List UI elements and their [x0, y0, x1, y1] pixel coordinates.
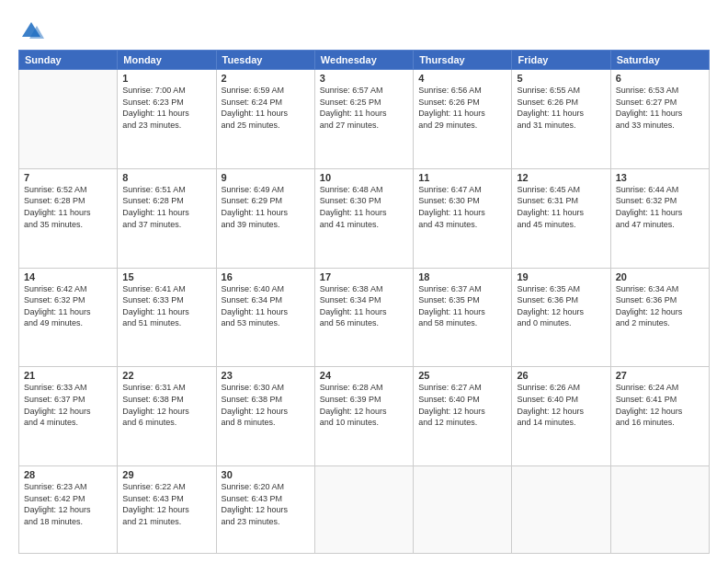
- day-detail: Sunrise: 6:38 AM Sunset: 6:34 PM Dayligh…: [320, 283, 408, 329]
- calendar-cell: 9Sunrise: 6:49 AM Sunset: 6:29 PM Daylig…: [216, 168, 314, 268]
- weekday-header-wednesday: Wednesday: [314, 51, 413, 70]
- day-number: 14: [24, 271, 112, 282]
- calendar-cell: 20Sunrise: 6:34 AM Sunset: 6:36 PM Dayli…: [610, 268, 709, 367]
- calendar-cell: 1Sunrise: 7:00 AM Sunset: 6:23 PM Daylig…: [118, 70, 216, 169]
- calendar-cell: 15Sunrise: 6:41 AM Sunset: 6:33 PM Dayli…: [118, 268, 216, 367]
- day-number: 28: [24, 469, 112, 480]
- weekday-header-row: SundayMondayTuesdayWednesdayThursdayFrid…: [19, 51, 710, 70]
- day-detail: Sunrise: 6:30 AM Sunset: 6:38 PM Dayligh…: [222, 382, 310, 428]
- day-number: 27: [616, 370, 704, 381]
- day-detail: Sunrise: 6:47 AM Sunset: 6:30 PM Dayligh…: [418, 184, 506, 230]
- day-number: 11: [418, 172, 506, 183]
- calendar-cell: 28Sunrise: 6:23 AM Sunset: 6:42 PM Dayli…: [19, 466, 118, 554]
- day-detail: Sunrise: 6:26 AM Sunset: 6:40 PM Dayligh…: [517, 382, 605, 428]
- day-detail: Sunrise: 6:33 AM Sunset: 6:37 PM Dayligh…: [24, 382, 112, 428]
- day-detail: Sunrise: 6:52 AM Sunset: 6:28 PM Dayligh…: [24, 184, 112, 230]
- logo: [18, 18, 48, 44]
- calendar-cell: 11Sunrise: 6:47 AM Sunset: 6:30 PM Dayli…: [414, 168, 512, 268]
- day-detail: Sunrise: 6:56 AM Sunset: 6:26 PM Dayligh…: [418, 85, 506, 131]
- day-number: 24: [320, 370, 408, 381]
- calendar-cell: 26Sunrise: 6:26 AM Sunset: 6:40 PM Dayli…: [512, 367, 610, 466]
- calendar-cell: 21Sunrise: 6:33 AM Sunset: 6:37 PM Dayli…: [19, 367, 118, 466]
- day-detail: Sunrise: 6:44 AM Sunset: 6:32 PM Dayligh…: [616, 184, 704, 230]
- calendar-cell: 23Sunrise: 6:30 AM Sunset: 6:38 PM Dayli…: [216, 367, 314, 466]
- calendar-cell: [314, 466, 413, 554]
- calendar-cell: 5Sunrise: 6:55 AM Sunset: 6:26 PM Daylig…: [512, 70, 610, 169]
- day-detail: Sunrise: 6:45 AM Sunset: 6:31 PM Dayligh…: [517, 184, 605, 230]
- day-detail: Sunrise: 6:31 AM Sunset: 6:38 PM Dayligh…: [122, 382, 210, 428]
- day-detail: Sunrise: 6:51 AM Sunset: 6:28 PM Dayligh…: [122, 184, 210, 230]
- calendar-cell: 7Sunrise: 6:52 AM Sunset: 6:28 PM Daylig…: [19, 168, 118, 268]
- calendar-cell: 6Sunrise: 6:53 AM Sunset: 6:27 PM Daylig…: [610, 70, 709, 169]
- page: SundayMondayTuesdayWednesdayThursdayFrid…: [0, 0, 728, 563]
- day-detail: Sunrise: 6:53 AM Sunset: 6:27 PM Dayligh…: [616, 85, 704, 131]
- day-detail: Sunrise: 6:42 AM Sunset: 6:32 PM Dayligh…: [24, 283, 112, 329]
- calendar-cell: 4Sunrise: 6:56 AM Sunset: 6:26 PM Daylig…: [414, 70, 512, 169]
- day-number: 23: [222, 370, 310, 381]
- day-detail: Sunrise: 6:24 AM Sunset: 6:41 PM Dayligh…: [616, 382, 704, 428]
- calendar-cell: 3Sunrise: 6:57 AM Sunset: 6:25 PM Daylig…: [314, 70, 413, 169]
- calendar-cell: 17Sunrise: 6:38 AM Sunset: 6:34 PM Dayli…: [314, 268, 413, 367]
- day-number: 19: [517, 271, 605, 282]
- weekday-header-sunday: Sunday: [19, 51, 118, 70]
- calendar-cell: 27Sunrise: 6:24 AM Sunset: 6:41 PM Dayli…: [610, 367, 709, 466]
- day-detail: Sunrise: 6:20 AM Sunset: 6:43 PM Dayligh…: [222, 481, 310, 527]
- calendar-cell: 13Sunrise: 6:44 AM Sunset: 6:32 PM Dayli…: [610, 168, 709, 268]
- day-number: 30: [222, 469, 310, 480]
- day-number: 3: [320, 73, 408, 84]
- day-detail: Sunrise: 6:59 AM Sunset: 6:24 PM Dayligh…: [222, 85, 310, 131]
- day-detail: Sunrise: 6:35 AM Sunset: 6:36 PM Dayligh…: [517, 283, 605, 329]
- calendar-cell: 29Sunrise: 6:22 AM Sunset: 6:43 PM Dayli…: [118, 466, 216, 554]
- day-number: 9: [222, 172, 310, 183]
- day-detail: Sunrise: 6:49 AM Sunset: 6:29 PM Dayligh…: [222, 184, 310, 230]
- day-number: 1: [122, 73, 210, 84]
- day-detail: Sunrise: 6:28 AM Sunset: 6:39 PM Dayligh…: [320, 382, 408, 428]
- calendar-cell: [414, 466, 512, 554]
- day-number: 29: [122, 469, 210, 480]
- calendar-cell: 25Sunrise: 6:27 AM Sunset: 6:40 PM Dayli…: [414, 367, 512, 466]
- day-number: 18: [418, 271, 506, 282]
- weekday-header-monday: Monday: [118, 51, 216, 70]
- calendar-cell: [610, 466, 709, 554]
- calendar-cell: [512, 466, 610, 554]
- calendar-cell: 8Sunrise: 6:51 AM Sunset: 6:28 PM Daylig…: [118, 168, 216, 268]
- calendar-cell: 24Sunrise: 6:28 AM Sunset: 6:39 PM Dayli…: [314, 367, 413, 466]
- logo-icon: [18, 18, 44, 44]
- week-row-4: 21Sunrise: 6:33 AM Sunset: 6:37 PM Dayli…: [19, 367, 710, 466]
- day-number: 10: [320, 172, 408, 183]
- day-detail: Sunrise: 7:00 AM Sunset: 6:23 PM Dayligh…: [122, 85, 210, 131]
- day-number: 22: [122, 370, 210, 381]
- day-detail: Sunrise: 6:41 AM Sunset: 6:33 PM Dayligh…: [122, 283, 210, 329]
- day-number: 4: [418, 73, 506, 84]
- day-number: 25: [418, 370, 506, 381]
- calendar-cell: 18Sunrise: 6:37 AM Sunset: 6:35 PM Dayli…: [414, 268, 512, 367]
- calendar-cell: 22Sunrise: 6:31 AM Sunset: 6:38 PM Dayli…: [118, 367, 216, 466]
- day-number: 6: [616, 73, 704, 84]
- day-number: 16: [222, 271, 310, 282]
- day-number: 2: [222, 73, 310, 84]
- calendar-cell: 10Sunrise: 6:48 AM Sunset: 6:30 PM Dayli…: [314, 168, 413, 268]
- day-detail: Sunrise: 6:23 AM Sunset: 6:42 PM Dayligh…: [24, 481, 112, 527]
- week-row-3: 14Sunrise: 6:42 AM Sunset: 6:32 PM Dayli…: [19, 268, 710, 367]
- day-detail: Sunrise: 6:27 AM Sunset: 6:40 PM Dayligh…: [418, 382, 506, 428]
- day-detail: Sunrise: 6:34 AM Sunset: 6:36 PM Dayligh…: [616, 283, 704, 329]
- day-detail: Sunrise: 6:48 AM Sunset: 6:30 PM Dayligh…: [320, 184, 408, 230]
- day-number: 5: [517, 73, 605, 84]
- day-detail: Sunrise: 6:37 AM Sunset: 6:35 PM Dayligh…: [418, 283, 506, 329]
- week-row-2: 7Sunrise: 6:52 AM Sunset: 6:28 PM Daylig…: [19, 168, 710, 268]
- calendar-cell: 14Sunrise: 6:42 AM Sunset: 6:32 PM Dayli…: [19, 268, 118, 367]
- day-number: 26: [517, 370, 605, 381]
- weekday-header-tuesday: Tuesday: [216, 51, 314, 70]
- day-number: 21: [24, 370, 112, 381]
- calendar-cell: 30Sunrise: 6:20 AM Sunset: 6:43 PM Dayli…: [216, 466, 314, 554]
- day-detail: Sunrise: 6:22 AM Sunset: 6:43 PM Dayligh…: [122, 481, 210, 527]
- week-row-1: 1Sunrise: 7:00 AM Sunset: 6:23 PM Daylig…: [19, 70, 710, 169]
- day-detail: Sunrise: 6:57 AM Sunset: 6:25 PM Dayligh…: [320, 85, 408, 131]
- day-detail: Sunrise: 6:40 AM Sunset: 6:34 PM Dayligh…: [222, 283, 310, 329]
- day-number: 20: [616, 271, 704, 282]
- calendar-cell: 12Sunrise: 6:45 AM Sunset: 6:31 PM Dayli…: [512, 168, 610, 268]
- weekday-header-friday: Friday: [512, 51, 610, 70]
- day-number: 12: [517, 172, 605, 183]
- day-number: 7: [24, 172, 112, 183]
- day-number: 17: [320, 271, 408, 282]
